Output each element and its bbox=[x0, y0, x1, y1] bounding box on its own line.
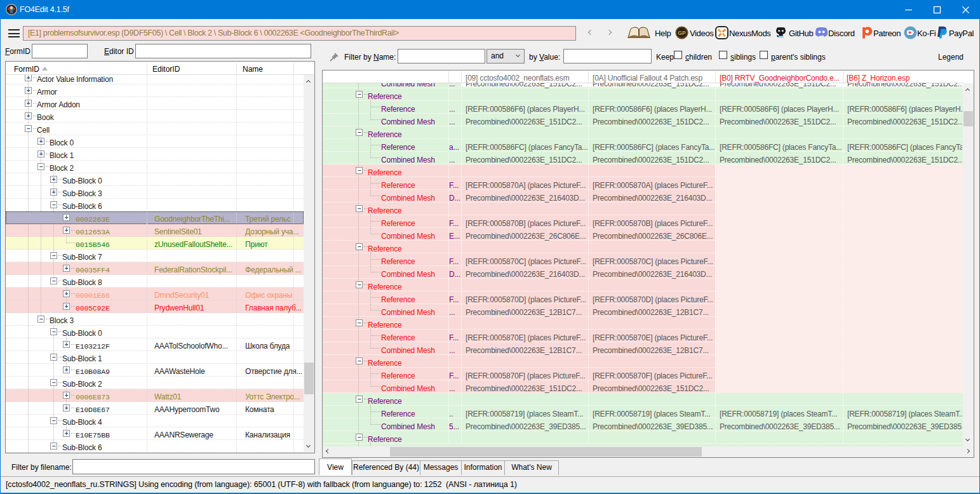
svg-text:GP: GP bbox=[678, 30, 686, 36]
